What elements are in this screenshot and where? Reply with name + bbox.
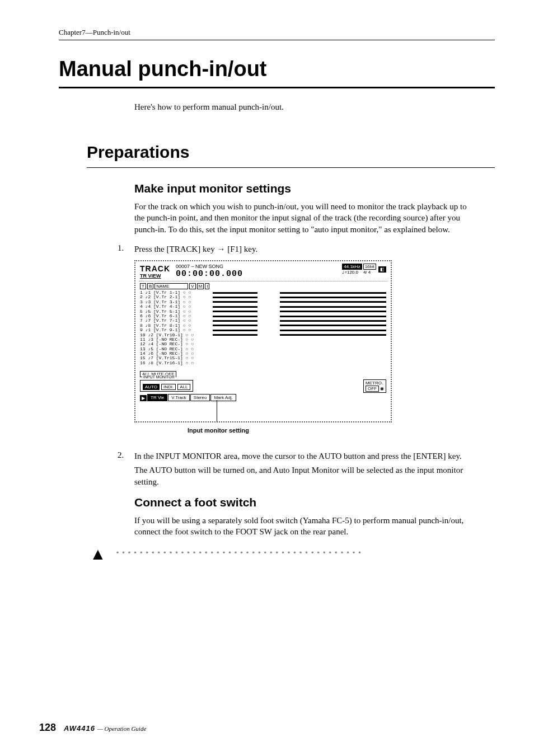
tab-mark-adj[interactable]: Mark Adj.: [210, 394, 236, 401]
section-rule: [87, 167, 495, 168]
tempo-label: ♩=120.0: [342, 270, 358, 275]
step-2: 2. In the INPUT MONITOR area, move the c…: [118, 450, 478, 462]
footer-brand: AW4416: [64, 724, 95, 732]
screenshot-caption: Input monitor setting: [188, 427, 392, 434]
section-title-preparations: Preparations: [87, 143, 495, 162]
input-monitor-body: For the track on which you wish to punch…: [134, 201, 478, 235]
scene-icon: ◧: [378, 266, 386, 273]
play-icon: ▶: [140, 395, 147, 401]
col-name: NAME: [154, 283, 188, 289]
indi-button[interactable]: INDI.: [161, 384, 176, 390]
step-1: 1. Press the [TRACK] key → [F1] key.: [118, 243, 478, 255]
title-rule: [59, 87, 495, 88]
step-2-body: The AUTO button will be turned on, and A…: [134, 464, 478, 487]
warning-dots: ••••••••••••••••••••••••••••••••••••••••…: [116, 546, 364, 556]
page-footer: 128 AW4416 — Operation Guide: [39, 722, 146, 734]
track-row-16: 16 ♪8 [V.Tr16-1] ○ ○: [140, 361, 207, 365]
tab-tr-view[interactable]: TR Vie: [147, 394, 167, 401]
tab-stereo[interactable]: Stereo: [190, 394, 210, 401]
subsection-input-monitor: Make input monitor settings: [134, 182, 495, 195]
page-number: 128: [39, 722, 56, 734]
input-monitor-section: INPUT MONITOR AUTO INDI. ALL: [140, 380, 193, 392]
footer-text: — Operation Guide: [97, 725, 146, 732]
all-button[interactable]: ALL: [177, 384, 190, 390]
screen-tr-view: TR VIEW: [140, 273, 170, 279]
screen-song-id: 00007 – NEW SONG: [176, 264, 243, 269]
track-list: 1 ♪1 [V.Tr 1-1] ○ ○ 2 ♪2 [V.Tr 2-1] ○ ○ …: [135, 289, 391, 368]
khz-tag: 44.1kHz: [342, 264, 362, 270]
intro-text: Here's how to perform manual punch-in/ou…: [134, 102, 495, 112]
col-m: M: [197, 283, 204, 289]
warning-icon: ▲: [90, 546, 106, 562]
metro-label: METRO.: [366, 381, 384, 386]
step-2-text: In the INPUT MONITOR area, move the curs…: [134, 450, 478, 462]
screen-track-label: TRACK: [140, 264, 170, 273]
auto-button[interactable]: AUTO: [143, 384, 160, 390]
col-t: T: [140, 283, 146, 289]
step-number-1: 1.: [118, 243, 134, 255]
col-b: B: [147, 283, 153, 289]
tab-vtrack[interactable]: V.Track: [168, 394, 190, 401]
metro-section: METRO. OFF ◉: [363, 379, 386, 393]
subsection-foot-switch: Connect a foot switch: [134, 496, 495, 509]
col-i: I: [205, 283, 209, 289]
screen-time: 00:00:00.000: [176, 269, 243, 279]
metronome-icon: ◉: [380, 386, 384, 391]
chapter-header: Chapter7—Punch-in/out: [59, 28, 495, 37]
input-monitor-label: INPUT MONITOR: [142, 375, 176, 379]
main-title: Manual punch-in/out: [59, 57, 495, 81]
col-v: V: [189, 283, 195, 289]
timesig-label: 4/ 4: [363, 270, 371, 275]
metro-off-button[interactable]: OFF: [366, 386, 379, 392]
bit-tag: 16bit: [363, 264, 376, 270]
foot-switch-body: If you will be using a separately sold f…: [134, 515, 478, 538]
screenshot-container: TRACK TR VIEW 00007 – NEW SONG 00:00:00.…: [134, 260, 392, 434]
header-rule: [59, 40, 495, 40]
caption-pointer: [217, 400, 217, 422]
track-view-screenshot: TRACK TR VIEW 00007 – NEW SONG 00:00:00.…: [134, 260, 392, 422]
warning-row: ▲ ••••••••••••••••••••••••••••••••••••••…: [90, 546, 495, 562]
step-1-text: Press the [TRACK] key → [F1] key.: [134, 243, 478, 255]
step-number-2: 2.: [118, 450, 134, 462]
